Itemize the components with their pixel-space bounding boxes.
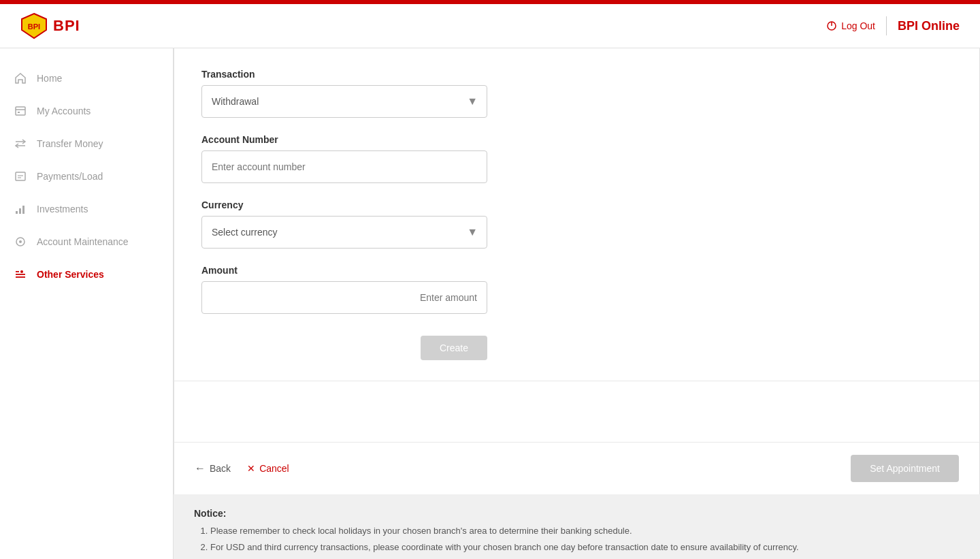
sidebar-item-account-maintenance[interactable]: Account Maintenance: [0, 225, 173, 258]
payments-icon: [14, 170, 27, 183]
bpi-logo-icon: BPI: [20, 12, 48, 39]
svg-rect-6: [18, 112, 20, 113]
sidebar-item-investments[interactable]: Investments: [0, 193, 173, 225]
create-button[interactable]: Create: [421, 336, 487, 360]
transaction-label: Transaction: [201, 69, 952, 80]
main-form-card: Transaction Withdrawal Deposit ▼ Account…: [174, 48, 980, 381]
accounts-icon: [14, 104, 27, 118]
sidebar-item-other-services[interactable]: Other Services: [0, 258, 173, 291]
notice-item-1: Please remember to check local holidays …: [210, 524, 960, 538]
header: BPI BPI Log Out BPI Online: [0, 4, 980, 48]
sidebar-label-home: Home: [37, 73, 62, 84]
transaction-select[interactable]: Withdrawal Deposit: [201, 85, 487, 118]
sidebar-item-my-accounts[interactable]: My Accounts: [0, 95, 173, 127]
content-area: Transaction Withdrawal Deposit ▼ Account…: [174, 48, 980, 559]
notice-title: Notice:: [194, 508, 960, 519]
svg-rect-9: [16, 172, 25, 180]
cancel-label: Cancel: [259, 463, 289, 474]
bottom-actions: ← Back ✕ Cancel Set Appointment: [174, 442, 980, 494]
spacer-section: [174, 381, 980, 442]
amount-label: Amount: [201, 265, 952, 276]
back-button[interactable]: ← Back: [195, 462, 231, 475]
sidebar-label-account-maintenance: Account Maintenance: [37, 236, 129, 247]
sidebar-label-transfer-money: Transfer Money: [37, 138, 103, 149]
header-divider: [886, 16, 887, 35]
svg-rect-4: [16, 107, 25, 115]
notice-list: Please remember to check local holidays …: [194, 524, 960, 559]
svg-point-16: [19, 240, 22, 243]
logo-text: BPI: [53, 17, 80, 35]
bottom-left-actions: ← Back ✕ Cancel: [195, 462, 289, 475]
transaction-select-wrapper: Withdrawal Deposit ▼: [201, 85, 487, 118]
notice-item-3: Click here to check the FAQs page.: [210, 556, 960, 559]
back-arrow-icon: ←: [195, 462, 206, 475]
currency-select[interactable]: Select currency USD PHP EUR: [201, 216, 487, 249]
sidebar-label-payments-load: Payments/Load: [37, 171, 103, 182]
notice-section: Notice: Please remember to check local h…: [174, 494, 980, 559]
amount-input[interactable]: [201, 281, 487, 314]
currency-select-wrapper: Select currency USD PHP EUR ▼: [201, 216, 487, 249]
logout-label: Log Out: [841, 20, 875, 31]
notice-item-2: For USD and third currency transactions,…: [210, 541, 960, 554]
transfer-icon: [14, 137, 27, 150]
svg-point-20: [20, 270, 23, 273]
account-number-label: Account Number: [201, 134, 952, 145]
svg-rect-12: [16, 211, 18, 214]
logout-button[interactable]: Log Out: [826, 20, 875, 31]
sidebar-item-payments-load[interactable]: Payments/Load: [0, 160, 173, 193]
back-label: Back: [210, 463, 231, 474]
svg-rect-14: [22, 206, 24, 214]
create-btn-row: Create: [201, 330, 487, 360]
sidebar: Home My Accounts Transfer: [0, 48, 174, 559]
sidebar-item-home[interactable]: Home: [0, 62, 173, 95]
main-layout: Home My Accounts Transfer: [0, 48, 980, 559]
amount-group: Amount: [201, 265, 952, 314]
currency-group: Currency Select currency USD PHP EUR ▼: [201, 199, 952, 249]
account-number-group: Account Number: [201, 134, 952, 183]
currency-label: Currency: [201, 199, 952, 210]
home-icon: [14, 71, 27, 85]
sidebar-label-my-accounts: My Accounts: [37, 106, 91, 116]
power-icon: [826, 20, 837, 31]
sidebar-item-transfer-money[interactable]: Transfer Money: [0, 127, 173, 160]
sidebar-label-other-services: Other Services: [37, 269, 104, 280]
bpi-online-label: BPI Online: [898, 19, 960, 33]
investments-icon: [14, 202, 27, 216]
set-appointment-button[interactable]: Set Appointment: [851, 455, 959, 482]
services-icon: [14, 268, 27, 281]
svg-rect-13: [19, 208, 21, 214]
maintenance-icon: [14, 235, 27, 249]
logo-area: BPI BPI: [20, 12, 80, 39]
cancel-button[interactable]: ✕ Cancel: [247, 463, 289, 474]
transaction-group: Transaction Withdrawal Deposit ▼: [201, 69, 952, 118]
account-number-input[interactable]: [201, 150, 487, 183]
header-right: Log Out BPI Online: [826, 16, 960, 35]
cancel-x-icon: ✕: [247, 463, 255, 474]
sidebar-label-investments: Investments: [37, 204, 88, 214]
svg-text:BPI: BPI: [28, 22, 40, 31]
